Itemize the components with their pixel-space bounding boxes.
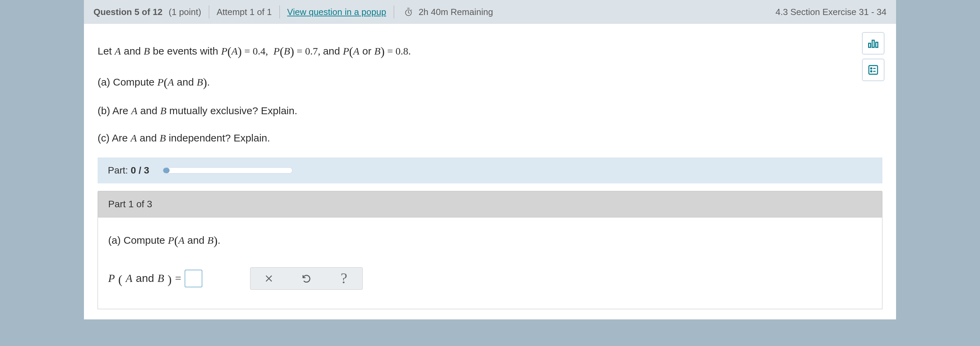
chart-tool-button[interactable] <box>862 32 885 54</box>
part-body: (a) Compute P(A and B). P(A and B) = <box>98 217 882 309</box>
divider <box>394 5 394 18</box>
svg-point-5 <box>870 68 872 69</box>
question-intro: Let A and B be events with P(A) = 0.4, P… <box>98 40 882 62</box>
svg-rect-1 <box>869 43 871 48</box>
question-container: Question 5 of 12 (1 point) Attempt 1 of … <box>84 0 896 319</box>
part-a-prompt: (a) Compute P(A and B). <box>108 232 872 247</box>
part-header: Part 1 of 3 <box>98 191 882 217</box>
answer-expression: P(A and B) = <box>108 270 202 287</box>
part-progress: Part: 0 / 3 <box>98 157 882 183</box>
question-points: (1 point) <box>169 7 201 17</box>
question-part-c: (c) Are A and B independent? Explain. <box>98 129 882 147</box>
section-label: 4.3 Section Exercise 31 - 34 <box>776 7 886 17</box>
answer-row: P(A and B) = ? <box>108 267 872 290</box>
divider <box>209 5 209 18</box>
question-label: Question 5 of 12 <box>94 7 162 17</box>
reset-button[interactable] <box>300 272 313 285</box>
question-content: Let A and B be events with P(A) = 0.4, P… <box>88 40 892 309</box>
svg-rect-2 <box>872 40 874 48</box>
part-progress-label: Part: 0 / 3 <box>108 165 149 176</box>
question-header: Question 5 of 12 (1 point) Attempt 1 of … <box>84 0 896 24</box>
svg-rect-3 <box>876 42 878 48</box>
list-tool-button[interactable] <box>862 59 885 81</box>
answer-toolbar: ? <box>250 267 363 290</box>
svg-point-7 <box>870 71 872 72</box>
attempt-label: Attempt 1 of 1 <box>217 7 272 17</box>
progress-bar <box>163 167 293 173</box>
time-remaining: 2h 40m Remaining <box>419 7 493 17</box>
question-body: Let A and B be events with P(A) = 0.4, P… <box>84 24 896 319</box>
question-part-b: (b) Are A and B mutually exclusive? Expl… <box>98 102 882 120</box>
svg-rect-4 <box>869 65 878 74</box>
progress-fill <box>163 168 170 173</box>
question-part-a: (a) Compute P(A and B). <box>98 71 882 93</box>
timer-icon <box>404 7 413 17</box>
help-button[interactable]: ? <box>337 272 351 285</box>
clear-button[interactable] <box>262 272 276 285</box>
tool-column <box>862 32 885 81</box>
view-popup-link[interactable]: View question in a popup <box>287 7 386 17</box>
answer-input[interactable] <box>185 270 202 287</box>
